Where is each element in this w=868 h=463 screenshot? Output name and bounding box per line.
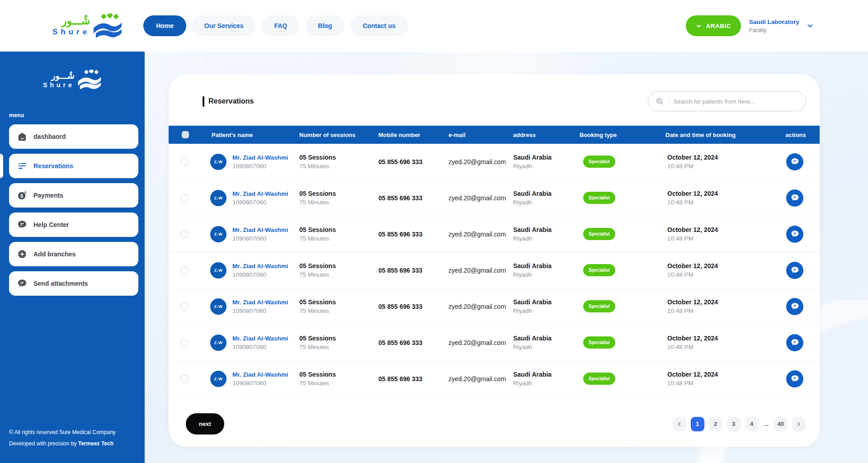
row-checkbox[interactable] — [181, 375, 188, 383]
chevron-down-icon — [696, 23, 702, 29]
patient-name-link[interactable]: Mr. Ziad Al-Washmi — [232, 154, 288, 161]
col-header-address: address — [511, 132, 578, 138]
account-name: Saudi Laboratory — [749, 19, 799, 25]
booking-date: October 12, 2024 — [667, 190, 770, 197]
sessions-count: 05 Sessions — [299, 262, 377, 269]
row-checkbox[interactable] — [181, 303, 188, 310]
chat-action-button[interactable] — [786, 226, 803, 243]
booking-type-badge: Specialist — [583, 156, 615, 168]
chat-action-button[interactable] — [786, 370, 803, 387]
row-checkbox[interactable] — [181, 194, 188, 202]
sidebar-item-reservations[interactable]: Reservations — [9, 154, 138, 178]
sidebar-item-payments[interactable]: $ Payments — [9, 183, 138, 208]
next-button[interactable]: next — [186, 413, 224, 435]
language-button[interactable]: ARABIC — [686, 15, 741, 36]
developer-credit: Developed with precision by Termeez Tech — [9, 440, 136, 447]
chat-action-button[interactable] — [786, 189, 803, 207]
patient-name-link[interactable]: Mr. Ziad Al-Washmi — [232, 227, 288, 233]
page-button-40[interactable]: 40 — [774, 417, 788, 431]
nav-link-blog[interactable]: Blog — [305, 15, 344, 36]
address-city: Riyadh — [513, 307, 578, 314]
mobile-number: 05 855 696 333 — [377, 158, 447, 165]
patient-id: 1090807060 — [232, 344, 288, 350]
page-button-2[interactable]: 2 — [709, 417, 722, 431]
chat-action-button[interactable] — [786, 298, 803, 315]
session-duration: 75 Minutes — [299, 199, 377, 206]
booking-date: October 12, 2024 — [667, 154, 770, 161]
booking-type-badge: Specialist — [583, 300, 615, 312]
sidebar-item-label: Add branches — [33, 250, 75, 258]
mobile-number: 05 855 696 333 — [377, 194, 447, 202]
address-country: Saudi Arabia — [513, 190, 578, 197]
address-country: Saudi Arabia — [513, 262, 578, 269]
reservations-card: Reservations Patient's name Number of se… — [169, 74, 820, 447]
booking-type-badge: Specialist — [583, 192, 615, 204]
booking-time: 10:48 PM — [667, 163, 770, 170]
top-navbar: شُـــور Shure Home Our Services FAQ Blog… — [0, 0, 868, 52]
account-switcher[interactable]: Saudi Laboratory Facility — [749, 19, 814, 33]
col-header-email: e-mail — [447, 132, 511, 138]
session-duration: 75 Minutes — [299, 271, 377, 278]
email: zyed.20@gmail.com — [447, 158, 511, 165]
prev-page-button[interactable] — [673, 417, 686, 431]
sidebar: شُـــور Shure menu dashbaord Reservation… — [0, 52, 145, 463]
session-duration: 75 Minutes — [299, 235, 377, 242]
brand-name-arabic: شُـــور — [51, 71, 75, 80]
sidebar-item-label: Payments — [33, 192, 63, 199]
sidebar-item-help-center[interactable]: Help Center — [9, 213, 138, 237]
chat-bubble-icon — [791, 338, 799, 347]
page-button-1[interactable]: 1 — [691, 417, 704, 431]
copyright-text: © All rights reserved Sure Medical Compa… — [9, 429, 136, 435]
patient-search — [648, 91, 806, 111]
mobile-number: 05 855 696 333 — [377, 375, 447, 383]
developer-name: Termeez Tech — [78, 440, 113, 447]
patient-name-link[interactable]: Mr. Ziad Al-Washmi — [232, 335, 288, 342]
chat-bubble-icon — [791, 374, 799, 383]
patient-name-link[interactable]: Mr. Ziad Al-Washmi — [232, 263, 288, 269]
nav-link-faq[interactable]: FAQ — [261, 15, 300, 36]
select-all-checkbox[interactable] — [182, 131, 189, 138]
sidebar-item-label: Reservations — [33, 162, 73, 170]
chat-action-button[interactable] — [786, 153, 803, 170]
booking-date: October 12, 2024 — [667, 262, 770, 269]
email: zyed.20@gmail.com — [447, 303, 511, 310]
nav-link-home[interactable]: Home — [143, 15, 186, 36]
row-checkbox[interactable] — [181, 231, 188, 238]
page-button-4[interactable]: 4 — [745, 417, 759, 431]
nav-link-contact-us[interactable]: Contact us — [350, 15, 408, 36]
page-button[interactable]: ... — [763, 417, 769, 431]
email: zyed.20@gmail.com — [447, 375, 511, 383]
booking-time: 10:48 PM — [667, 235, 770, 242]
chat-action-button[interactable] — [786, 262, 803, 279]
patient-name-link[interactable]: Mr. Ziad Al-Washmi — [232, 371, 288, 378]
avatar: Z.W — [210, 335, 226, 351]
address-city: Riyadh — [513, 235, 578, 242]
sidebar-item-dashbaord[interactable]: dashbaord — [9, 124, 138, 149]
patient-name-link[interactable]: Mr. Ziad Al-Washmi — [232, 299, 288, 306]
col-header-actions: actions — [770, 132, 820, 138]
avatar: Z.W — [210, 154, 226, 170]
brand-ribbon-icon — [93, 14, 123, 38]
sidebar-menu: dashbaord Reservations $ Payments Help C… — [0, 124, 145, 301]
nav-link-our-services[interactable]: Our Services — [192, 15, 256, 36]
mobile-number: 05 855 696 333 — [377, 267, 447, 274]
search-input[interactable] — [674, 98, 798, 105]
address-country: Saudi Arabia — [513, 226, 578, 233]
row-checkbox[interactable] — [181, 339, 188, 346]
page-button-3[interactable]: 3 — [727, 417, 741, 431]
row-checkbox[interactable] — [181, 158, 188, 165]
patient-id: 1090807060 — [232, 235, 288, 242]
table-body: Z.W Mr. Ziad Al-Washmi 1090807060 05 Ses… — [169, 144, 820, 397]
home-icon — [17, 132, 27, 142]
chat-bubble-icon — [791, 266, 799, 274]
chevron-down-icon — [807, 22, 814, 29]
avatar: Z.W — [210, 371, 226, 387]
sidebar-item-add-branches[interactable]: Add branches — [9, 242, 138, 266]
brand-logo[interactable]: شُـــور Shure — [52, 14, 123, 38]
sidebar-item-send-attachments[interactable]: Send attachments — [9, 271, 138, 296]
table-row: Z.W Mr. Ziad Al-Washmi 1090807060 05 Ses… — [169, 180, 820, 216]
row-checkbox[interactable] — [181, 267, 188, 274]
next-page-button[interactable] — [792, 417, 806, 431]
chat-action-button[interactable] — [786, 334, 803, 351]
patient-name-link[interactable]: Mr. Ziad Al-Washmi — [232, 190, 288, 197]
